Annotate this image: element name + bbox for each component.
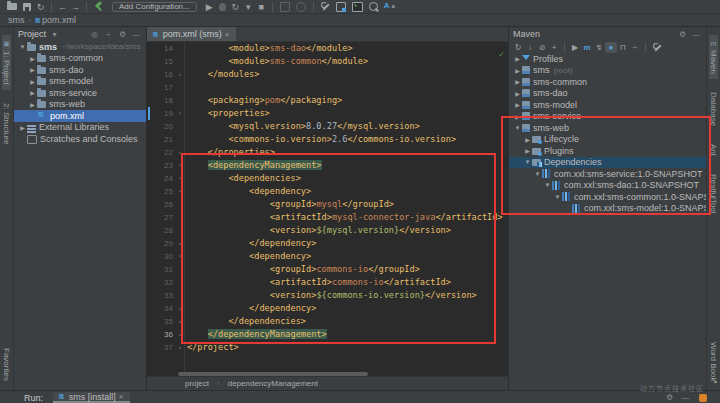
tree-item-sms[interactable]: ▶sms(root) bbox=[509, 65, 706, 77]
sync-icon[interactable]: ↻ bbox=[34, 1, 47, 13]
hide-icon[interactable]: — bbox=[680, 393, 691, 402]
tree-item-sms-web[interactable]: ▼sms-web bbox=[509, 122, 706, 134]
chevron-down-icon[interactable]: ▼ bbox=[543, 182, 552, 188]
code-line-31[interactable]: 31 <groupId>commons-io</groupId> bbox=[147, 263, 508, 276]
code-line-15[interactable]: 15 <module>sms-common</module> bbox=[147, 55, 508, 68]
breadcrumb-file[interactable]: pom.xml bbox=[42, 15, 76, 25]
code-line-24[interactable]: 24▾ <dependencies> bbox=[147, 172, 508, 185]
line-number[interactable]: 23 bbox=[147, 159, 175, 172]
chevron-right-icon[interactable]: ▶ bbox=[523, 136, 532, 143]
code-line-21[interactable]: 21 <commons-io.version>2.6</commons-io.v… bbox=[147, 133, 508, 146]
tree-item-sms-common[interactable]: ▶sms-common bbox=[509, 76, 706, 88]
tool-tab-database[interactable]: Database bbox=[709, 87, 718, 131]
tree-item-sms-dao[interactable]: ▶sms-dao bbox=[14, 64, 146, 76]
gear-icon[interactable]: ⚙ bbox=[677, 30, 688, 39]
open-folder-icon[interactable] bbox=[7, 3, 17, 10]
collapse-all-icon[interactable]: ÷ bbox=[629, 42, 641, 53]
profiler-dropdown-icon[interactable]: ▾ bbox=[242, 1, 255, 13]
code-line-35[interactable]: 35▴ </dependencies> bbox=[147, 315, 508, 328]
hide-panel-icon[interactable]: — bbox=[131, 30, 142, 39]
code-line-18[interactable]: 18 <packaging>pom</packaging> bbox=[147, 94, 508, 107]
debug-icon[interactable] bbox=[219, 3, 226, 11]
scroll-up-icon[interactable]: ▴ bbox=[714, 377, 717, 384]
breadcrumb-element[interactable]: project bbox=[185, 379, 209, 388]
tree-item-com-xxl-sms-common-1-0-snapshot[interactable]: ▼com.xxl:sms-common:1.0-SNAPSHOT bbox=[509, 191, 706, 203]
run-maven-build-icon[interactable]: ▶ bbox=[569, 42, 581, 53]
breadcrumb-element[interactable]: dependencyManagement bbox=[228, 379, 318, 388]
collapse-all-icon[interactable]: ÷ bbox=[103, 30, 114, 39]
tree-item-external-libraries[interactable]: ▶External Libraries bbox=[14, 122, 146, 134]
generate-sources-icon[interactable]: ↓ bbox=[524, 42, 536, 53]
coverage-circle-icon[interactable] bbox=[296, 2, 306, 12]
back-icon[interactable]: ← bbox=[56, 1, 69, 13]
add-configuration-button[interactable]: Add Configuration... bbox=[112, 2, 197, 12]
code-line-30[interactable]: 30▾ <dependency> bbox=[147, 250, 508, 263]
tree-item-sms-model[interactable]: ▶sms-model bbox=[509, 99, 706, 111]
chevron-right-icon[interactable]: ▶ bbox=[513, 90, 522, 97]
line-number[interactable]: 22 bbox=[147, 146, 175, 159]
line-number[interactable]: 33 bbox=[147, 289, 175, 302]
tree-item-plugins[interactable]: ▶Plugins bbox=[509, 145, 706, 157]
chevron-right-icon[interactable]: ▶ bbox=[18, 124, 27, 131]
code-line-19[interactable]: 19▾ <properties> bbox=[147, 107, 508, 120]
chevron-right-icon[interactable]: ▶ bbox=[513, 101, 522, 108]
locate-file-icon[interactable]: ◎ bbox=[89, 30, 100, 39]
tool-tab-restfultool[interactable]: RestfulTool bbox=[709, 169, 718, 219]
project-structure-icon[interactable] bbox=[336, 2, 346, 12]
chevron-right-icon[interactable]: ▶ bbox=[513, 113, 522, 120]
chevron-down-icon[interactable]: ▼ bbox=[523, 159, 532, 165]
line-number[interactable]: 15 bbox=[147, 55, 175, 68]
settings-wrench-icon[interactable] bbox=[321, 2, 330, 11]
project-panel-title[interactable]: Project bbox=[18, 29, 46, 39]
tool-tab-structure[interactable]: 2: Structure bbox=[2, 98, 11, 149]
stop-icon[interactable]: ■ bbox=[255, 1, 268, 13]
code-line-27[interactable]: 27 <artifactId>mysql-connector-java</art… bbox=[147, 211, 508, 224]
build-hammer-icon[interactable] bbox=[94, 2, 103, 11]
tool-tab-favorites[interactable]: Favorites bbox=[2, 343, 11, 386]
run-tab-sms-install[interactable]: m sms [install] × bbox=[53, 392, 130, 403]
code-line-26[interactable]: 26 <groupId>mysql</groupId> bbox=[147, 198, 508, 211]
line-number[interactable]: 35 bbox=[147, 315, 175, 328]
execute-maven-goal-icon[interactable]: m bbox=[581, 42, 593, 53]
tree-item-dependencies[interactable]: ▼Dependencies bbox=[509, 157, 706, 169]
line-number[interactable]: 28 bbox=[147, 224, 175, 237]
close-tab-icon[interactable]: × bbox=[225, 30, 230, 39]
chevron-right-icon[interactable]: ▶ bbox=[28, 66, 37, 73]
attach-debugger-icon[interactable] bbox=[280, 2, 290, 12]
line-number[interactable]: 27 bbox=[147, 211, 175, 224]
line-number[interactable]: 26 bbox=[147, 198, 175, 211]
tree-item-profiles[interactable]: ▶Profiles bbox=[509, 53, 706, 65]
chevron-down-icon[interactable]: ▼ bbox=[18, 44, 27, 50]
forward-icon[interactable]: → bbox=[69, 1, 82, 13]
notification-icon[interactable] bbox=[699, 394, 707, 402]
line-number[interactable]: 29 bbox=[147, 237, 175, 250]
tree-item-sms-dao[interactable]: ▶sms-dao bbox=[509, 88, 706, 100]
terminal-icon[interactable] bbox=[352, 2, 363, 12]
chevron-right-icon[interactable]: ▶ bbox=[513, 55, 522, 62]
skip-tests-icon[interactable]: ⊘ bbox=[536, 42, 548, 53]
close-run-tab-icon[interactable]: × bbox=[119, 392, 124, 401]
tree-item-sms-model[interactable]: ▶sms-model bbox=[14, 76, 146, 88]
show-profiles-icon[interactable]: Π bbox=[617, 42, 629, 53]
line-number[interactable]: 20 bbox=[147, 120, 175, 133]
gear-icon[interactable]: ⚙ bbox=[117, 30, 128, 39]
inspection-ok-icon[interactable]: ✓ bbox=[498, 50, 505, 59]
code-line-22[interactable]: 22▴ </properties> bbox=[147, 146, 508, 159]
line-number[interactable]: 34 bbox=[147, 302, 175, 315]
chevron-right-icon[interactable]: ▶ bbox=[28, 89, 37, 96]
tree-item-lifecycle[interactable]: ▶Lifecycle bbox=[509, 134, 706, 146]
tool-tab-ant[interactable]: Ant bbox=[709, 139, 718, 161]
tree-item-sms[interactable]: ▼sms~/workspace/idea/sms bbox=[14, 41, 146, 53]
chevron-right-icon[interactable]: ▶ bbox=[523, 147, 532, 154]
line-number[interactable]: 37 bbox=[147, 341, 175, 354]
code-line-16[interactable]: 16▴ </modules> bbox=[147, 68, 508, 81]
line-number[interactable]: 32 bbox=[147, 276, 175, 289]
line-number[interactable]: 30 bbox=[147, 250, 175, 263]
add-maven-project-icon[interactable]: + bbox=[548, 42, 560, 53]
line-number[interactable]: 31 bbox=[147, 263, 175, 276]
code-editor[interactable]: 14 <module>sms-dao</module>15 <module>sm… bbox=[147, 42, 508, 376]
line-number[interactable]: 14 bbox=[147, 42, 175, 55]
chevron-right-icon[interactable]: ▶ bbox=[28, 101, 37, 108]
line-number[interactable]: 19 bbox=[147, 107, 175, 120]
tool-tab-maven[interactable]: m Maven bbox=[709, 35, 718, 79]
